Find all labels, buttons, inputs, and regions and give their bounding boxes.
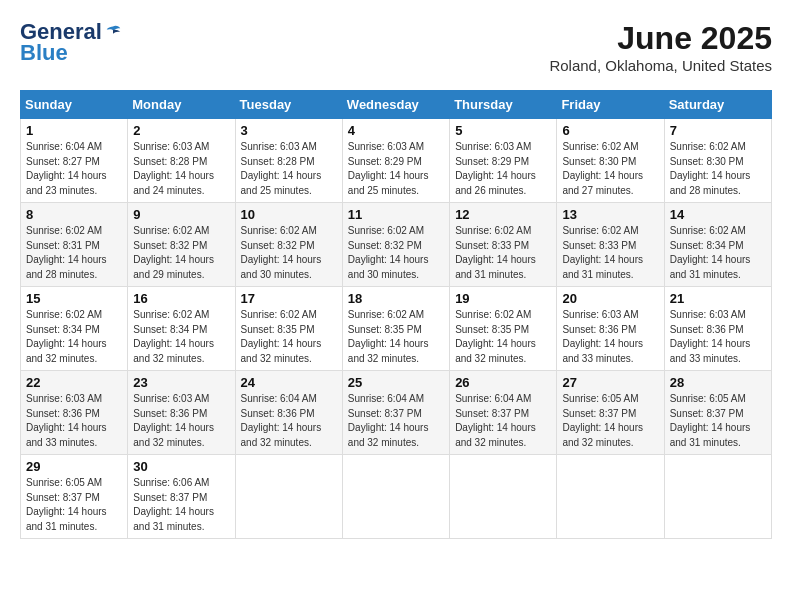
calendar-cell: 5 Sunrise: 6:03 AMSunset: 8:29 PMDayligh…	[450, 119, 557, 203]
logo: General Blue	[20, 20, 122, 66]
calendar-cell: 6 Sunrise: 6:02 AMSunset: 8:30 PMDayligh…	[557, 119, 664, 203]
logo-bird-icon	[104, 23, 122, 41]
calendar-body: 1 Sunrise: 6:04 AMSunset: 8:27 PMDayligh…	[21, 119, 772, 539]
day-info: Sunrise: 6:06 AMSunset: 8:37 PMDaylight:…	[133, 477, 214, 532]
calendar-table: SundayMondayTuesdayWednesdayThursdayFrid…	[20, 90, 772, 539]
day-number: 14	[670, 207, 766, 222]
day-info: Sunrise: 6:02 AMSunset: 8:34 PMDaylight:…	[26, 309, 107, 364]
calendar-cell: 18 Sunrise: 6:02 AMSunset: 8:35 PMDaylig…	[342, 287, 449, 371]
calendar-cell: 26 Sunrise: 6:04 AMSunset: 8:37 PMDaylig…	[450, 371, 557, 455]
day-number: 8	[26, 207, 122, 222]
day-info: Sunrise: 6:02 AMSunset: 8:30 PMDaylight:…	[562, 141, 643, 196]
day-info: Sunrise: 6:05 AMSunset: 8:37 PMDaylight:…	[26, 477, 107, 532]
calendar-cell	[664, 455, 771, 539]
day-info: Sunrise: 6:02 AMSunset: 8:30 PMDaylight:…	[670, 141, 751, 196]
day-info: Sunrise: 6:02 AMSunset: 8:31 PMDaylight:…	[26, 225, 107, 280]
calendar-cell: 16 Sunrise: 6:02 AMSunset: 8:34 PMDaylig…	[128, 287, 235, 371]
calendar-cell: 1 Sunrise: 6:04 AMSunset: 8:27 PMDayligh…	[21, 119, 128, 203]
day-info: Sunrise: 6:03 AMSunset: 8:28 PMDaylight:…	[133, 141, 214, 196]
day-number: 18	[348, 291, 444, 306]
calendar-header-saturday: Saturday	[664, 91, 771, 119]
calendar-cell: 8 Sunrise: 6:02 AMSunset: 8:31 PMDayligh…	[21, 203, 128, 287]
calendar-cell: 24 Sunrise: 6:04 AMSunset: 8:36 PMDaylig…	[235, 371, 342, 455]
day-number: 6	[562, 123, 658, 138]
day-number: 19	[455, 291, 551, 306]
month-year-title: June 2025	[549, 20, 772, 57]
calendar-cell: 28 Sunrise: 6:05 AMSunset: 8:37 PMDaylig…	[664, 371, 771, 455]
logo-blue: Blue	[20, 40, 68, 66]
calendar-cell: 23 Sunrise: 6:03 AMSunset: 8:36 PMDaylig…	[128, 371, 235, 455]
calendar-cell: 4 Sunrise: 6:03 AMSunset: 8:29 PMDayligh…	[342, 119, 449, 203]
calendar-cell: 29 Sunrise: 6:05 AMSunset: 8:37 PMDaylig…	[21, 455, 128, 539]
day-info: Sunrise: 6:02 AMSunset: 8:35 PMDaylight:…	[241, 309, 322, 364]
day-info: Sunrise: 6:04 AMSunset: 8:37 PMDaylight:…	[348, 393, 429, 448]
day-number: 10	[241, 207, 337, 222]
day-info: Sunrise: 6:04 AMSunset: 8:36 PMDaylight:…	[241, 393, 322, 448]
day-number: 11	[348, 207, 444, 222]
day-info: Sunrise: 6:02 AMSunset: 8:33 PMDaylight:…	[562, 225, 643, 280]
day-number: 4	[348, 123, 444, 138]
day-info: Sunrise: 6:02 AMSunset: 8:34 PMDaylight:…	[670, 225, 751, 280]
page-header: General Blue June 2025 Roland, Oklahoma,…	[20, 20, 772, 74]
calendar-cell: 15 Sunrise: 6:02 AMSunset: 8:34 PMDaylig…	[21, 287, 128, 371]
day-number: 15	[26, 291, 122, 306]
day-number: 1	[26, 123, 122, 138]
day-number: 12	[455, 207, 551, 222]
calendar-header-friday: Friday	[557, 91, 664, 119]
calendar-cell: 11 Sunrise: 6:02 AMSunset: 8:32 PMDaylig…	[342, 203, 449, 287]
day-number: 21	[670, 291, 766, 306]
day-number: 27	[562, 375, 658, 390]
calendar-cell	[557, 455, 664, 539]
day-info: Sunrise: 6:02 AMSunset: 8:33 PMDaylight:…	[455, 225, 536, 280]
calendar-cell: 2 Sunrise: 6:03 AMSunset: 8:28 PMDayligh…	[128, 119, 235, 203]
calendar-week-1: 1 Sunrise: 6:04 AMSunset: 8:27 PMDayligh…	[21, 119, 772, 203]
day-info: Sunrise: 6:04 AMSunset: 8:37 PMDaylight:…	[455, 393, 536, 448]
title-block: June 2025 Roland, Oklahoma, United State…	[549, 20, 772, 74]
calendar-cell	[235, 455, 342, 539]
day-number: 7	[670, 123, 766, 138]
calendar-cell: 12 Sunrise: 6:02 AMSunset: 8:33 PMDaylig…	[450, 203, 557, 287]
calendar-cell: 14 Sunrise: 6:02 AMSunset: 8:34 PMDaylig…	[664, 203, 771, 287]
location-subtitle: Roland, Oklahoma, United States	[549, 57, 772, 74]
day-number: 30	[133, 459, 229, 474]
day-number: 25	[348, 375, 444, 390]
calendar-header-thursday: Thursday	[450, 91, 557, 119]
calendar-cell: 9 Sunrise: 6:02 AMSunset: 8:32 PMDayligh…	[128, 203, 235, 287]
calendar-cell: 19 Sunrise: 6:02 AMSunset: 8:35 PMDaylig…	[450, 287, 557, 371]
day-number: 16	[133, 291, 229, 306]
day-info: Sunrise: 6:03 AMSunset: 8:36 PMDaylight:…	[26, 393, 107, 448]
calendar-cell: 20 Sunrise: 6:03 AMSunset: 8:36 PMDaylig…	[557, 287, 664, 371]
day-info: Sunrise: 6:03 AMSunset: 8:29 PMDaylight:…	[455, 141, 536, 196]
calendar-cell: 22 Sunrise: 6:03 AMSunset: 8:36 PMDaylig…	[21, 371, 128, 455]
calendar-cell: 3 Sunrise: 6:03 AMSunset: 8:28 PMDayligh…	[235, 119, 342, 203]
calendar-header-wednesday: Wednesday	[342, 91, 449, 119]
day-number: 22	[26, 375, 122, 390]
day-info: Sunrise: 6:02 AMSunset: 8:34 PMDaylight:…	[133, 309, 214, 364]
day-number: 26	[455, 375, 551, 390]
day-number: 20	[562, 291, 658, 306]
calendar-cell: 13 Sunrise: 6:02 AMSunset: 8:33 PMDaylig…	[557, 203, 664, 287]
day-info: Sunrise: 6:02 AMSunset: 8:32 PMDaylight:…	[133, 225, 214, 280]
calendar-header-monday: Monday	[128, 91, 235, 119]
day-number: 9	[133, 207, 229, 222]
calendar-cell: 7 Sunrise: 6:02 AMSunset: 8:30 PMDayligh…	[664, 119, 771, 203]
day-info: Sunrise: 6:02 AMSunset: 8:35 PMDaylight:…	[455, 309, 536, 364]
calendar-header-tuesday: Tuesday	[235, 91, 342, 119]
day-info: Sunrise: 6:02 AMSunset: 8:35 PMDaylight:…	[348, 309, 429, 364]
calendar-cell: 27 Sunrise: 6:05 AMSunset: 8:37 PMDaylig…	[557, 371, 664, 455]
calendar-cell	[342, 455, 449, 539]
calendar-header-row: SundayMondayTuesdayWednesdayThursdayFrid…	[21, 91, 772, 119]
day-info: Sunrise: 6:05 AMSunset: 8:37 PMDaylight:…	[562, 393, 643, 448]
day-number: 28	[670, 375, 766, 390]
day-info: Sunrise: 6:04 AMSunset: 8:27 PMDaylight:…	[26, 141, 107, 196]
day-number: 2	[133, 123, 229, 138]
calendar-cell	[450, 455, 557, 539]
calendar-cell: 30 Sunrise: 6:06 AMSunset: 8:37 PMDaylig…	[128, 455, 235, 539]
calendar-week-5: 29 Sunrise: 6:05 AMSunset: 8:37 PMDaylig…	[21, 455, 772, 539]
day-info: Sunrise: 6:03 AMSunset: 8:28 PMDaylight:…	[241, 141, 322, 196]
day-number: 13	[562, 207, 658, 222]
day-number: 23	[133, 375, 229, 390]
day-info: Sunrise: 6:03 AMSunset: 8:36 PMDaylight:…	[133, 393, 214, 448]
day-number: 29	[26, 459, 122, 474]
day-info: Sunrise: 6:02 AMSunset: 8:32 PMDaylight:…	[348, 225, 429, 280]
